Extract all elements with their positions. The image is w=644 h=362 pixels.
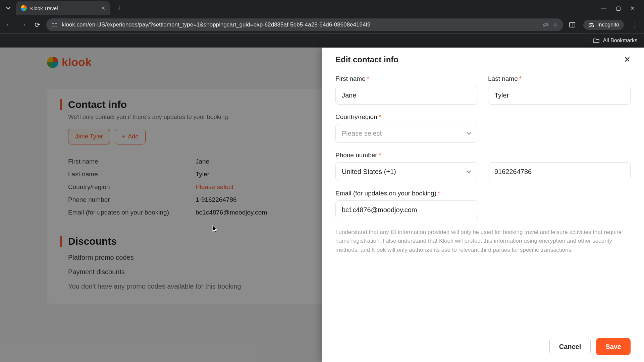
incognito-label: Incognito	[597, 22, 619, 28]
window-controls: — ▢ ✕	[601, 5, 641, 11]
email-input[interactable]	[335, 200, 478, 219]
close-icon[interactable]: ✕	[101, 5, 105, 11]
chevron-down-icon	[466, 132, 472, 135]
browser-menu-button[interactable]: ⋮	[630, 20, 640, 30]
svg-rect-0	[52, 23, 54, 24]
edit-contact-panel: Edit contact info ✕ First name* Last nam…	[322, 48, 644, 362]
folder-icon	[593, 38, 600, 43]
page-viewport: klook Contact info We'll only contact yo…	[0, 48, 644, 362]
privacy-disclaimer: I understand that any ID information pro…	[335, 228, 631, 254]
panel-title: Edit contact info	[335, 55, 398, 64]
svg-rect-5	[570, 22, 575, 27]
browser-tab[interactable]: Klook Travel ✕	[16, 1, 110, 15]
incognito-indicator[interactable]: Incognito	[583, 20, 624, 30]
svg-rect-3	[55, 26, 57, 26]
svg-point-8	[592, 25, 594, 27]
phone-field-label: Phone number*	[335, 152, 631, 159]
close-panel-button[interactable]: ✕	[624, 55, 631, 64]
forward-button[interactable]: →	[18, 20, 28, 30]
reload-button[interactable]: ⟳	[32, 20, 42, 30]
save-button[interactable]: Save	[596, 338, 631, 355]
address-bar[interactable]: klook.com/en-US/experiences/pay/?settlem…	[46, 18, 563, 31]
svg-rect-2	[52, 26, 54, 26]
url-text: klook.com/en-US/experiences/pay/?settlem…	[62, 21, 538, 28]
tab-search-button[interactable]	[3, 3, 13, 13]
bookmarks-bar: | All Bookmarks	[0, 34, 644, 48]
cancel-button[interactable]: Cancel	[549, 338, 591, 355]
chevron-down-icon	[466, 170, 472, 173]
all-bookmarks-link[interactable]: All Bookmarks	[603, 38, 637, 44]
country-select-value: Please select	[342, 130, 382, 137]
new-tab-button[interactable]: +	[113, 2, 125, 14]
svg-rect-1	[55, 23, 57, 24]
browser-chrome: Klook Travel ✕ + — ▢ ✕ ← → ⟳ klook.com/e…	[0, 0, 644, 48]
minimize-button[interactable]: —	[601, 5, 606, 11]
phone-number-input[interactable]	[488, 162, 631, 181]
eye-off-icon[interactable]	[542, 21, 549, 28]
country-select[interactable]: Please select	[335, 124, 478, 143]
first-name-input[interactable]	[335, 86, 478, 105]
tab-strip: Klook Travel ✕ + — ▢ ✕	[0, 0, 644, 16]
tab-title: Klook Travel	[30, 5, 98, 11]
maximize-button[interactable]: ▢	[616, 5, 621, 11]
incognito-icon	[588, 22, 595, 27]
close-window-button[interactable]: ✕	[630, 5, 635, 11]
site-settings-icon[interactable]	[52, 22, 58, 28]
svg-line-4	[543, 22, 548, 27]
chevron-down-icon	[6, 6, 11, 10]
last-name-field-label: Last name*	[488, 75, 631, 82]
back-button[interactable]: ←	[4, 20, 14, 30]
first-name-field-label: First name*	[335, 75, 478, 82]
side-panel-icon[interactable]	[567, 20, 577, 30]
phone-country-value: United States (+1)	[342, 168, 396, 176]
phone-country-select[interactable]: United States (+1)	[335, 162, 478, 181]
star-icon[interactable]: ☆	[553, 21, 558, 28]
svg-point-7	[589, 25, 591, 27]
country-field-label: Country/region*	[335, 113, 478, 121]
email-field-label: Email (for updates on your booking)*	[335, 190, 478, 197]
last-name-input[interactable]	[488, 86, 631, 105]
browser-toolbar: ← → ⟳ klook.com/en-US/experiences/pay/?s…	[0, 16, 644, 34]
favicon-icon	[21, 5, 27, 11]
